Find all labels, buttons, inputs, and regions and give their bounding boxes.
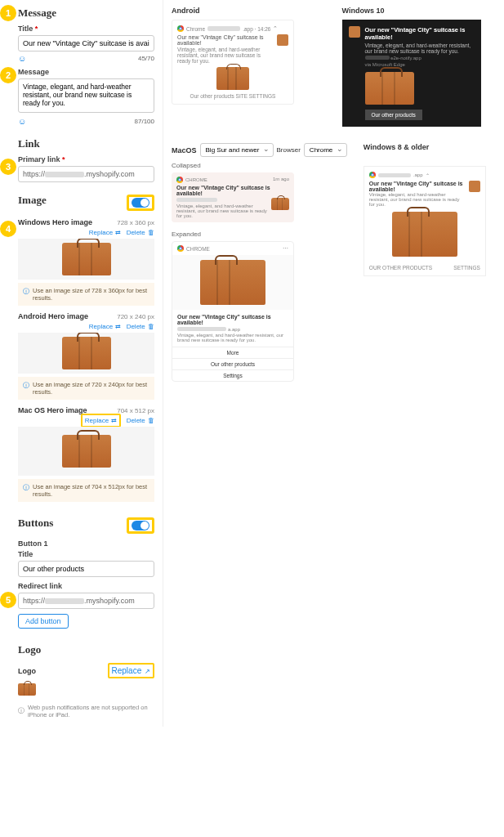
external-icon: ↗ <box>145 668 150 675</box>
macos-expanded-card: CHROME ⋯ Our new "Vintage City" suitcase… <box>172 241 294 382</box>
hero-image <box>365 72 414 105</box>
blurred-domain <box>45 172 84 177</box>
trash-icon: 🗑 <box>148 417 154 424</box>
footer-note: ⓘ Web push notifications are not support… <box>18 704 154 718</box>
title-input[interactable] <box>18 35 154 51</box>
image-section-title: Image <box>18 194 47 207</box>
android-hero-hint: ⓘUse an image size of 720 x 240px for be… <box>18 377 154 400</box>
replace-icon: ⇄ <box>115 229 121 236</box>
blurred-text <box>365 56 390 60</box>
windows-hero-preview <box>18 239 154 280</box>
blurred-domain <box>45 598 84 604</box>
chrome-icon <box>176 177 183 183</box>
win8-preview-label: Windows 8 & older <box>364 143 496 151</box>
chrome-icon <box>177 245 184 252</box>
macos-hero-hint: ⓘUse an image size of 704 x 512px for be… <box>18 479 154 502</box>
notification-app-icon <box>277 34 288 46</box>
link-section-title: Link <box>18 137 154 150</box>
macos-hero-label: Mac OS Hero image <box>18 406 87 414</box>
macos-replace-link[interactable]: Replace ⇄ <box>81 414 122 427</box>
windows-hero-dim: 728 x 360 px <box>117 219 154 226</box>
title-counter: 45/70 <box>138 55 154 62</box>
macos-preview-label: MacOS <box>172 146 197 154</box>
buttons-toggle[interactable] <box>132 521 149 530</box>
trash-icon: 🗑 <box>148 323 154 330</box>
expanded-label: Expanded <box>172 231 347 238</box>
info-icon: ⓘ <box>18 707 25 715</box>
message-textarea[interactable]: Vintage, elegant, and hard-weather resis… <box>18 78 154 113</box>
redirect-link-input[interactable]: https:// .myshopify.com <box>18 593 154 609</box>
logo-preview <box>18 683 154 696</box>
notification-thumb <box>271 198 289 210</box>
android-hero-label: Android Hero image <box>18 312 88 320</box>
android-hero-preview <box>18 333 154 374</box>
image-toggle[interactable] <box>132 198 149 208</box>
blurred-text <box>176 198 217 202</box>
macos-browser-select[interactable]: Chrome <box>304 143 347 157</box>
macos-os-select[interactable]: Big Sur and newer <box>200 143 274 157</box>
notification-app-icon <box>349 26 360 38</box>
step-badge-2: 2 <box>0 67 16 83</box>
chevron-up-icon: ⌃ <box>273 25 278 32</box>
collapsed-label: Collapsed <box>172 162 347 169</box>
hero-image <box>200 260 265 305</box>
logo-section-title: Logo <box>18 643 154 656</box>
blurred-text <box>207 26 240 31</box>
windows-hero-label: Windows Hero image <box>18 218 92 226</box>
blurred-text <box>378 173 411 177</box>
more-icon: ⋯ <box>283 245 288 252</box>
logo-replace-link[interactable]: Replace ↗ <box>108 663 154 678</box>
step-badge-5: 5 <box>0 592 16 608</box>
emoji-icon[interactable]: ☺ <box>18 117 26 126</box>
primary-link-input[interactable]: https:// .myshopify.com <box>18 166 154 182</box>
primary-link-label: Primary link <box>18 155 154 163</box>
hero-image <box>216 67 249 90</box>
step-badge-4: 4 <box>0 221 16 237</box>
android-hero-dim: 720 x 240 px <box>117 313 154 320</box>
step-badge-3: 3 <box>0 159 16 175</box>
macos-btn1-action: Our other products <box>172 358 293 369</box>
macos-hero-dim: 704 x 512 px <box>117 407 154 414</box>
windows-replace-link[interactable]: Replace ⇄ <box>89 229 122 236</box>
notification-app-icon <box>469 181 480 192</box>
replace-icon: ⇄ <box>111 417 117 424</box>
android-preview-label: Android <box>172 7 326 15</box>
step-badge-1: 1 <box>0 5 16 21</box>
button-title-label: Title <box>18 550 154 558</box>
win10-preview-label: Windows 10 <box>342 7 497 15</box>
win10-action-button: Our other products <box>365 110 422 120</box>
hero-image <box>392 212 457 257</box>
buttons-section-title: Buttons <box>18 517 53 530</box>
info-icon: ⓘ <box>23 381 29 396</box>
title-label: Title <box>18 25 154 33</box>
blurred-text <box>177 327 226 331</box>
buttons-toggle-highlight <box>127 517 154 534</box>
button-title-input[interactable] <box>18 561 154 577</box>
chrome-icon <box>369 172 376 178</box>
logo-label: Logo <box>18 667 36 675</box>
macos-collapsed-card: CHROME 1m ago Our new "Vintage City" sui… <box>172 172 294 222</box>
button1-label: Button 1 <box>18 539 154 548</box>
macos-hero-preview <box>18 427 154 476</box>
android-preview-card: Chrome .app · 14:26 ⌃ Our new "Vintage C… <box>172 20 294 105</box>
windows-delete-link[interactable]: Delete 🗑 <box>127 229 154 236</box>
android-replace-link[interactable]: Replace ⇄ <box>89 323 122 330</box>
chrome-icon <box>177 25 184 32</box>
macos-more-action: More <box>172 347 293 358</box>
android-delete-link[interactable]: Delete 🗑 <box>127 323 154 330</box>
chevron-up-icon: ⌃ <box>426 172 430 178</box>
macos-btn2-action: Settings <box>172 369 293 381</box>
info-icon: ⓘ <box>23 483 29 498</box>
emoji-icon[interactable]: ☺ <box>18 54 26 63</box>
add-button[interactable]: Add button <box>18 614 69 629</box>
win10-preview-card: Our new "Vintage City" suitcase is avail… <box>342 20 481 127</box>
image-toggle-highlight <box>127 195 154 211</box>
macos-delete-link[interactable]: Delete 🗑 <box>127 417 154 424</box>
redirect-link-label: Redirect link <box>18 582 154 590</box>
message-label: Message <box>18 68 154 76</box>
windows-hero-hint: ⓘUse an image size of 728 x 360px for be… <box>18 283 154 306</box>
win8-preview-card: .app ⌃ Our new "Vintage City" suitcase i… <box>364 166 486 276</box>
browser-label: Browser <box>277 146 301 154</box>
message-section-title: Message <box>18 7 154 20</box>
message-counter: 87/100 <box>135 118 154 125</box>
